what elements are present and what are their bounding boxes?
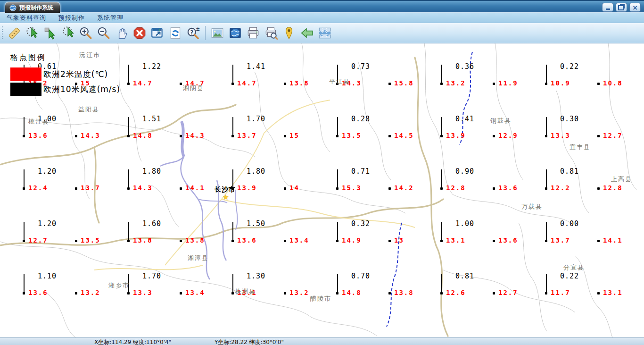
cancel-icon [132,26,147,40]
map-canvas[interactable]: 沅江市湘阴县平江县益阳县桃江县铜鼓县宜丰县上高县长沙市万载县湘潭县分宜县湘乡市株… [0,43,644,337]
temp-value: 10.9 [551,79,570,87]
status-y-coordinate: Y坐标:28.22 纬度:30°0'0" [215,338,284,345]
wind-barb [24,169,25,188]
export-image-button[interactable] [209,25,226,42]
temp-value: 12.8 [446,184,466,192]
zoom-out-button[interactable] [95,25,112,42]
select-pointer-lasso-icon [61,26,75,40]
grid-point-dot [597,240,600,242]
wind-value: 1.00 [455,219,474,228]
grid-point-dot [180,240,182,242]
grid-point-dot [127,187,130,190]
wind-value: 1.20 [38,219,57,228]
wind-value: 0.30 [560,115,579,123]
temp-value: 13.6 [237,236,257,244]
temp-value: 12.8 [603,184,623,192]
grid-legend: 格点图例 欧洲2米温度(℃)欧洲10米风速(m/s) [10,53,120,98]
close-button[interactable]: × [629,3,641,12]
temp-value: 13.6 [28,289,48,296]
print-preview-button[interactable] [263,25,280,42]
grid-point-dot [284,187,286,190]
grid-point-dot [23,240,25,242]
temp-value: 15.8 [394,79,414,87]
temp-value: 13 [394,236,404,244]
grid-point-dot [493,187,495,190]
grid-point-dot [336,292,339,295]
temp-value: 14.9 [342,236,362,244]
identify-help-button[interactable]: ? ± [185,25,202,42]
minimize-icon [606,8,610,10]
wind-value: 1.10 [38,272,57,280]
grid-point-dot [231,83,234,85]
location-pin-button[interactable] [281,25,297,42]
wind-barb [546,117,547,136]
map-label: 上高县 [611,175,632,184]
select-pointer-box-button[interactable] [41,25,58,42]
globe-view-button[interactable] [227,25,244,42]
back-arrow-button[interactable] [298,25,315,42]
legend-items: 欧洲2米温度(℃)欧洲10米风速(m/s) [10,67,120,96]
window-extent-button[interactable] [149,25,166,42]
wind-barb [441,65,442,84]
temp-value: 13.1 [446,236,466,244]
wind-value: 0.22 [560,62,579,71]
wind-value: 0.32 [351,219,370,228]
grid-point-dot [127,240,130,242]
menu-item[interactable]: 气象资料查询 [7,14,46,22]
map-tiles-button[interactable] [316,25,333,42]
restore-button[interactable] [616,3,627,12]
temp-value: 12.6 [446,289,466,296]
legend-label: 欧洲2米温度(℃) [43,69,108,80]
temp-value: 14.3 [133,184,153,192]
grid-point-dot [75,135,77,137]
pan-hand-button[interactable] [113,25,130,42]
grid-point-dot [493,135,495,137]
measure-ruler-button[interactable] [6,25,23,42]
menu-item[interactable]: 系统管理 [97,14,124,22]
minimize-button[interactable] [602,3,613,12]
zoom-in-button[interactable] [77,25,94,42]
svg-text:±: ± [196,26,200,32]
grid-point-dot [597,187,600,190]
grid-point-dot [284,240,286,242]
map-label: 铜鼓县 [490,117,512,125]
select-pointer-lasso-button[interactable] [59,25,76,42]
temp-value: 13.8 [289,79,309,87]
select-pointer-circle-button[interactable] [24,25,41,42]
grid-point-dot [180,83,182,85]
temp-value: 12.7 [603,132,623,139]
print-button[interactable] [245,25,262,42]
temp-value: 14.1 [185,184,205,192]
window-controls: × [602,3,641,12]
refresh-page-button[interactable] [167,25,184,42]
app-tab[interactable]: 预报制作系统 [5,2,60,13]
location-pin-icon [282,26,296,40]
export-image-icon [210,26,224,40]
grid-point-dot [388,83,391,85]
grid-point-dot [440,187,443,190]
grid-point-dot [127,135,130,137]
temp-value: 13.4 [185,289,205,296]
legend-swatch [10,83,41,96]
temp-value: 13.2 [289,289,309,296]
globe-view-icon [228,26,242,40]
temp-value: 13.4 [289,236,309,244]
wind-value: 1.80 [247,167,265,176]
temp-value: 13.8 [394,289,414,296]
city-star-icon: ★ [223,193,229,202]
wind-barb [546,222,547,241]
menu-item[interactable]: 预报制作 [58,14,85,22]
temp-value: 13.9 [237,184,257,192]
grid-point-dot [493,292,495,295]
window-title: 预报制作系统 [19,4,53,12]
legend-item: 欧洲10米风速(m/s) [10,83,120,96]
select-pointer-box-icon [43,26,57,40]
map-label: 益阳县 [78,105,99,114]
grid-point-dot [493,240,495,242]
temp-value: 13.7 [81,184,100,192]
wind-value: 0.28 [351,115,370,123]
cancel-button[interactable] [131,25,148,42]
temp-value: 12.7 [498,289,518,296]
measure-ruler-icon [7,26,21,40]
temp-value: 13.6 [498,184,518,192]
